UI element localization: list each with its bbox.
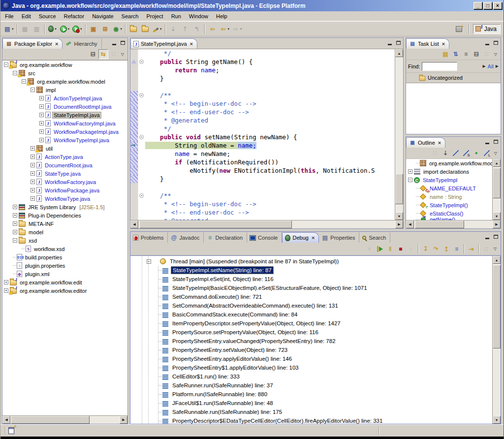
- code-line[interactable]: name = newName;: [130, 150, 395, 158]
- stack-frame-row[interactable]: SafeRunnable.run(ISafeRunnable) line: 17…: [130, 408, 492, 416]
- tree-item[interactable]: +DocumentRootImpl.java: [2, 102, 127, 111]
- tab-hierarchy[interactable]: Hierarchy: [63, 38, 101, 49]
- expand-icon[interactable]: +: [39, 96, 44, 100]
- outline-item[interactable]: eStaticClass(): [406, 209, 492, 218]
- expand-icon[interactable]: +: [13, 230, 17, 234]
- use-step-filters-button[interactable]: [467, 244, 476, 254]
- new-java-project-button[interactable]: [88, 23, 99, 35]
- scroll-left-button[interactable]: ◀: [2, 416, 10, 424]
- maximize-view-button[interactable]: [119, 39, 126, 46]
- outline-vscrollbar[interactable]: ▲ ▼: [492, 159, 501, 220]
- maximize-view-button[interactable]: [492, 138, 500, 145]
- tree-item[interactable]: +WorkflowFactory.java: [2, 178, 127, 186]
- tree-item[interactable]: +Plug-in Dependencies: [2, 211, 127, 220]
- synchronize-button[interactable]: [451, 49, 461, 59]
- stack-frame-row[interactable]: StateTypeImpl.eSet(int, Object) line: 11…: [130, 275, 492, 283]
- collapse-all-button[interactable]: [88, 49, 98, 59]
- collapse-all-button[interactable]: [472, 49, 481, 59]
- all-filter-link[interactable]: All: [488, 63, 494, 69]
- expand-icon[interactable]: +: [13, 213, 17, 218]
- tree-item[interactable]: +WorkflowType.java: [2, 194, 127, 203]
- dropdown-arrow-icon[interactable]: ▾: [80, 27, 82, 31]
- code-line[interactable]: if (eNotificationRequired()): [130, 158, 395, 166]
- collapse-icon[interactable]: −: [4, 63, 8, 67]
- stack-frame-row[interactable]: SetCommand.doExecute() line: 721: [130, 292, 492, 301]
- code-line[interactable]: /**: [130, 91, 395, 99]
- java-search-button[interactable]: ▾: [151, 23, 163, 35]
- expand-icon[interactable]: +: [13, 221, 17, 226]
- stack-frame-row[interactable]: StateTypeImpl(BasicEObjectImpl).eSet(ESt…: [130, 283, 492, 292]
- menu-edit[interactable]: Edit: [18, 12, 35, 21]
- collapse-icon[interactable]: −: [22, 79, 26, 84]
- tab-console[interactable]: Console: [247, 232, 282, 243]
- editor-hscrollbar[interactable]: ◀ ▶: [130, 220, 403, 228]
- tree-item[interactable]: +util: [2, 144, 127, 153]
- code-line[interactable]: public void setName(String newName) {: [130, 133, 395, 141]
- tree-item[interactable]: plugin.properties: [2, 261, 127, 270]
- stack-frame-row[interactable]: PropertyDescriptor$EDataTypeCellEditor(C…: [130, 416, 492, 424]
- tab-properties[interactable]: Properties: [319, 232, 359, 243]
- scroll-thumb[interactable]: [395, 174, 403, 204]
- scroll-up-button[interactable]: ▲: [395, 49, 403, 57]
- scroll-down-button[interactable]: ▼: [493, 212, 501, 220]
- tree-item[interactable]: build.properties: [2, 253, 127, 261]
- scroll-right-button[interactable]: ▶: [120, 416, 127, 424]
- new-wizard-button[interactable]: ▾: [2, 23, 15, 35]
- collapse-icon[interactable]: −: [147, 259, 151, 264]
- tree-item[interactable]: +WorkflowFactoryImpl.java: [2, 119, 127, 127]
- run-external-button[interactable]: ▾: [71, 23, 84, 35]
- outline-item[interactable]: SFNAME_EDEFAULT: [406, 184, 492, 192]
- run-button[interactable]: ▾: [59, 23, 71, 35]
- hide-non-public-button[interactable]: [472, 148, 481, 158]
- show-stack-frames-button[interactable]: [452, 244, 462, 254]
- tree-item[interactable]: −src: [2, 69, 127, 77]
- menu-refactor[interactable]: Refactor: [60, 12, 89, 21]
- package-explorer-hscrollbar[interactable]: ◀ ▶: [2, 415, 127, 424]
- find-prev-icon[interactable]: ▶: [482, 64, 485, 68]
- code-line[interactable]: * <!-- end-user-doc -->: [130, 108, 395, 116]
- dropdown-arrow-icon[interactable]: ▾: [55, 27, 57, 31]
- outline-item[interactable]: +import declarations: [406, 167, 492, 176]
- menu-navigate[interactable]: Navigate: [88, 12, 117, 21]
- tree-item[interactable]: +org.example.workflow.editor: [2, 286, 127, 295]
- expand-icon[interactable]: +: [39, 113, 44, 117]
- scroll-down-button[interactable]: ▼: [395, 212, 403, 220]
- stack-frame-row[interactable]: StateTypeImpl.setName(String) line: 87: [130, 266, 492, 275]
- minimize-view-button[interactable]: [483, 138, 491, 145]
- collapse-fold-icon[interactable]: [139, 60, 144, 64]
- new-package-button[interactable]: [99, 23, 111, 35]
- tab-debug[interactable]: Debug×: [282, 232, 319, 243]
- code-line[interactable]: }: [130, 175, 395, 183]
- outline-item[interactable]: cStateTypeImpl(): [406, 201, 492, 209]
- suspend-button[interactable]: [385, 244, 395, 254]
- focus-on-active-task-button[interactable]: [430, 148, 440, 158]
- code-line[interactable]: * @generated: [130, 217, 395, 220]
- step-return-button[interactable]: [441, 244, 451, 254]
- find-input[interactable]: [422, 62, 457, 71]
- tree-item[interactable]: +META-INF: [2, 220, 127, 228]
- outline-item[interactable]: org.example.workflow.model: [406, 159, 492, 167]
- maximize-view-button[interactable]: [492, 39, 500, 46]
- menu-window[interactable]: Window: [185, 12, 212, 21]
- hide-local-types-button[interactable]: [482, 148, 492, 158]
- stack-frame-row[interactable]: PropertySource.setPropertyValue(Object, …: [130, 328, 492, 337]
- scroll-right-button[interactable]: ▶: [493, 220, 501, 228]
- sort-button[interactable]: [441, 148, 450, 158]
- focus-on-active-task-button[interactable]: [109, 49, 119, 59]
- java-perspective-button[interactable]: Java: [473, 24, 501, 34]
- code-line[interactable]: * @generated: [130, 116, 395, 125]
- scroll-left-button[interactable]: ◀: [406, 220, 414, 228]
- debug-vscrollbar[interactable]: ▲ ▼: [492, 256, 501, 424]
- scroll-right-button[interactable]: ▶: [395, 220, 403, 228]
- code-line[interactable]: eNotify(new ENotificationImpl(this, Noti…: [130, 166, 395, 175]
- minimize-view-button[interactable]: [386, 39, 393, 46]
- tree-item[interactable]: −xsd: [2, 236, 127, 245]
- scroll-up-button[interactable]: ▲: [493, 256, 501, 264]
- title-bar[interactable]: Java - org.example.workflow/src/org/exam…: [0, 0, 504, 11]
- scroll-thumb[interactable]: [493, 168, 501, 198]
- minimize-view-button[interactable]: [110, 39, 118, 46]
- collapse-fold-icon[interactable]: [139, 193, 144, 198]
- collapse-fold-icon[interactable]: [139, 135, 144, 139]
- tree-item[interactable]: +org.example.workflow.edit: [2, 278, 127, 286]
- dropdown-arrow-icon[interactable]: ▾: [12, 27, 14, 31]
